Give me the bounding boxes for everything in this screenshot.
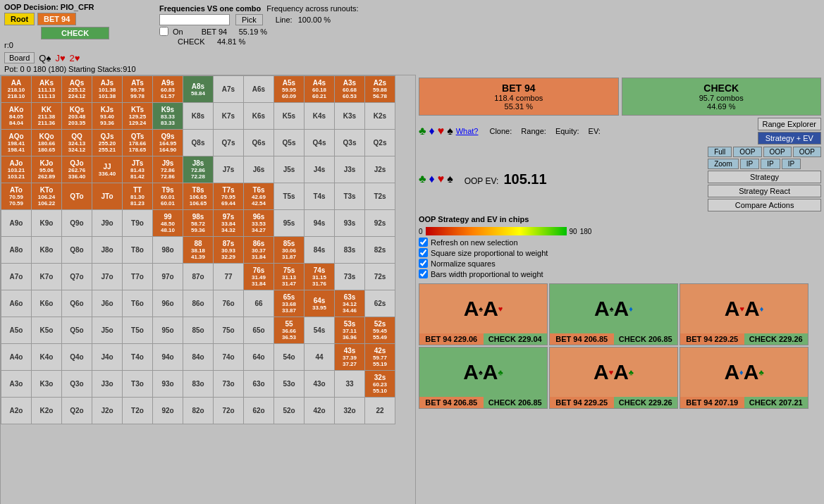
matrix-cell[interactable]: T6o <box>123 290 153 317</box>
matrix-cell[interactable]: Q3s <box>335 130 365 156</box>
matrix-cell[interactable]: J7s <box>214 156 244 183</box>
matrix-cell[interactable]: K2o <box>32 398 62 424</box>
matrix-cell[interactable]: 64s33.95 <box>305 290 335 317</box>
bet94-button[interactable]: BET 94 <box>37 13 76 25</box>
pick-button[interactable]: Pick <box>235 14 263 25</box>
matrix-cell[interactable]: Q9s164.95164.90 <box>153 130 183 156</box>
matrix-cell[interactable]: K5o <box>32 317 62 344</box>
matrix-cell[interactable]: T3s <box>335 183 365 210</box>
freq-input[interactable] <box>159 14 230 25</box>
matrix-cell[interactable]: QTo <box>62 183 92 210</box>
matrix-cell[interactable]: 52o <box>274 398 305 424</box>
matrix-cell[interactable]: 86o <box>183 290 214 317</box>
matrix-cell[interactable]: T6s42.6942.54 <box>244 183 274 210</box>
matrix-cell[interactable]: K9s83.3383.33 <box>153 103 183 130</box>
matrix-cell[interactable]: 98s58.7259.36 <box>183 210 214 237</box>
matrix-cell[interactable]: K6s <box>244 103 274 130</box>
matrix-cell[interactable]: 5536.6636.53 <box>274 317 305 344</box>
matrix-cell[interactable]: 85s30.0631.87 <box>274 237 305 264</box>
normalize-checkbox[interactable] <box>419 259 428 268</box>
matrix-cell[interactable]: A2o <box>1 398 32 424</box>
matrix-cell[interactable]: J6s <box>244 156 274 183</box>
matrix-cell[interactable]: T7s70.9569.44 <box>214 183 244 210</box>
matrix-cell[interactable]: ATo70.5970.59 <box>1 183 32 210</box>
zoom-btn[interactable]: Zoom <box>708 159 739 169</box>
matrix-cell[interactable]: T2s <box>365 183 395 210</box>
matrix-cell[interactable]: T5o <box>123 317 153 344</box>
matrix-cell[interactable]: K2s <box>365 103 395 130</box>
matrix-cell[interactable]: QTs178.66178.65 <box>123 130 153 156</box>
matrix-cell[interactable]: 72s <box>365 264 395 290</box>
matrix-cell[interactable]: A4o <box>1 344 32 371</box>
matrix-cell[interactable]: T9s60.0160.01 <box>153 183 183 210</box>
matrix-cell[interactable]: 86s30.3731.84 <box>244 237 274 264</box>
matrix-cell[interactable]: 33 <box>335 371 365 398</box>
bars-width-checkbox[interactable] <box>419 269 428 278</box>
matrix-cell[interactable]: K3o <box>32 371 62 398</box>
matrix-cell[interactable]: 92s <box>365 210 395 237</box>
matrix-cell[interactable]: 63o <box>244 371 274 398</box>
matrix-cell[interactable]: T5s <box>274 183 305 210</box>
matrix-cell[interactable]: 9948.5048.10 <box>153 210 183 237</box>
matrix-cell[interactable]: A6s <box>244 76 274 103</box>
matrix-cell[interactable]: Q8o <box>62 237 92 264</box>
matrix-cell[interactable]: 76s31.4931.84 <box>244 264 274 290</box>
matrix-cell[interactable]: J4o <box>92 344 123 371</box>
matrix-cell[interactable]: T4o <box>123 344 153 371</box>
matrix-cell[interactable]: QJs255.20255.21 <box>92 130 123 156</box>
refresh-checkbox-row[interactable]: Refresh on new selection <box>419 238 821 247</box>
matrix-cell[interactable]: A8o <box>1 237 32 264</box>
matrix-cell[interactable]: KQs203.48203.35 <box>62 103 92 130</box>
matrix-cell[interactable]: A9s60.8361.57 <box>153 76 183 103</box>
matrix-cell[interactable]: JTo <box>92 183 123 210</box>
matrix-cell[interactable]: 82s <box>365 237 395 264</box>
oop-btn[interactable]: OOP <box>733 147 761 157</box>
square-size-checkbox-row[interactable]: Square size proportional to weight <box>419 248 821 257</box>
ip-btn2[interactable]: IP <box>761 159 780 169</box>
matrix-cell[interactable]: 54s <box>305 317 335 344</box>
card-combo[interactable]: A♦A♣ BET 94 207.19 CHECK 207.21 <box>680 347 808 409</box>
matrix-cell[interactable]: 54o <box>274 344 305 371</box>
matrix-cell[interactable]: J8s72.8672.28 <box>183 156 214 183</box>
matrix-cell[interactable]: 42o <box>305 398 335 424</box>
matrix-cell[interactable]: T3o <box>123 371 153 398</box>
matrix-cell[interactable]: 96o <box>153 290 183 317</box>
matrix-cell[interactable]: J4s <box>305 156 335 183</box>
matrix-cell[interactable]: J9o <box>92 210 123 237</box>
matrix-cell[interactable]: Q2s <box>365 130 395 156</box>
matrix-cell[interactable]: 75s31.1331.47 <box>274 264 305 290</box>
matrix-cell[interactable]: 74s31.1531.76 <box>305 264 335 290</box>
matrix-cell[interactable]: JJ336.40 <box>92 156 123 183</box>
matrix-cell[interactable]: 87s30.9332.29 <box>214 237 244 264</box>
matrix-cell[interactable]: A3o <box>1 371 32 398</box>
matrix-cell[interactable]: 96s33.5334.27 <box>244 210 274 237</box>
matrix-cell[interactable]: 52s59.4555.49 <box>365 317 395 344</box>
matrix-cell[interactable]: Q5o <box>62 317 92 344</box>
matrix-cell[interactable]: KK211.38211.36 <box>32 103 62 130</box>
matrix-cell[interactable]: 87o <box>183 264 214 290</box>
oop-btn2[interactable]: OOP <box>763 147 792 157</box>
matrix-cell[interactable]: 84o <box>183 344 214 371</box>
matrix-cell[interactable]: A4s60.1860.21 <box>305 76 335 103</box>
bars-width-checkbox-row[interactable]: Bars width proportional to weight <box>419 269 821 278</box>
matrix-cell[interactable]: 63s34.1234.46 <box>335 290 365 317</box>
matrix-cell[interactable]: J2o <box>92 398 123 424</box>
matrix-cell[interactable]: QJo262.76336.40 <box>62 156 92 183</box>
matrix-cell[interactable]: A6o <box>1 290 32 317</box>
matrix-cell[interactable]: Q5s <box>274 130 305 156</box>
what-link[interactable]: What? <box>456 127 479 135</box>
matrix-cell[interactable]: Q4s <box>305 130 335 156</box>
matrix-cell[interactable]: 65o <box>244 317 274 344</box>
matrix-cell[interactable]: 43s37.3937.27 <box>335 344 365 371</box>
matrix-cell[interactable]: ATs99.7899.78 <box>123 76 153 103</box>
matrix-cell[interactable]: T2o <box>123 398 153 424</box>
matrix-cell[interactable]: J8o <box>92 237 123 264</box>
matrix-cell[interactable]: Q6s <box>244 130 274 156</box>
matrix-cell[interactable]: AA218.10218.10 <box>1 76 32 103</box>
matrix-cell[interactable]: J6o <box>92 290 123 317</box>
matrix-cell[interactable]: 93o <box>153 371 183 398</box>
strategy-react-btn[interactable]: Strategy React <box>708 185 821 197</box>
matrix-cell[interactable]: 82o <box>183 398 214 424</box>
matrix-cell[interactable]: K4s <box>305 103 335 130</box>
matrix-cell[interactable]: 53s37.1136.96 <box>335 317 365 344</box>
